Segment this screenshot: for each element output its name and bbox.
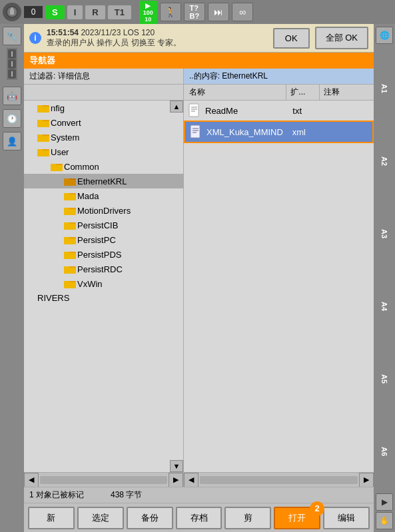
tree-item-system[interactable]: System	[24, 130, 183, 144]
left-panel: 🔧 I I I 🤖 🕐 👤	[0, 24, 24, 532]
ok-all-button[interactable]: 全部 OK	[315, 27, 368, 49]
tree-item-nfig[interactable]: nfig	[24, 101, 183, 115]
status-bar: 1 对象已被标记 438 字节	[24, 487, 374, 503]
btn-edit[interactable]: 编辑	[323, 507, 370, 529]
folder-icon-persistcib	[64, 220, 77, 230]
status-marked: 1 对象已被标记	[29, 489, 84, 501]
folder-icon-persistrdc	[64, 264, 77, 274]
side-num-3: I	[8, 69, 15, 79]
top-toolbar: 0 S I R T1 ▶ 100 10 🚶 T?B? ⏭ ∞	[0, 0, 395, 24]
question-t-btn[interactable]: T?B?	[184, 3, 205, 21]
right-label-a3: A3	[380, 229, 388, 238]
svg-rect-1	[10, 9, 14, 15]
btn-backup[interactable]: 备份	[127, 507, 173, 529]
btn-archive[interactable]: 存档	[176, 507, 222, 529]
tree-scroll-right-btn[interactable]: ▶	[169, 473, 183, 487]
btn-open-label: 打开	[288, 513, 306, 523]
walk-icon-btn[interactable]: 🚶	[160, 3, 181, 21]
info-text: 15:51:54 2023/11/23 LOS 120 查录的用户从 操作人员 …	[47, 28, 268, 49]
tree-item-common[interactable]: Common	[24, 159, 183, 174]
left-icon-3[interactable]: 🕐	[3, 109, 21, 128]
filter-label: 过滤器: 详细信息	[24, 69, 184, 84]
info-date: 2023/11/23	[81, 28, 121, 37]
tree-label-rivers: RIVERS	[37, 293, 69, 303]
file-icon-readme	[188, 103, 201, 118]
status-size: 438 字节	[111, 489, 142, 501]
folder-icon-ethernetkrl	[64, 176, 77, 186]
tree-item-rivers[interactable]: RIVERS	[24, 291, 183, 305]
file-scroll-right-btn[interactable]: ▶	[359, 473, 374, 487]
file-item-xml[interactable]: XML_Kuka_MMIND xml	[184, 121, 374, 143]
left-icon-2[interactable]: 🤖	[3, 87, 21, 105]
tree-scroll-track[interactable]	[40, 476, 167, 484]
badge-2: 2	[310, 501, 324, 516]
info-message: 查录的用户从 操作人员 切换至 专家。	[47, 38, 181, 47]
left-icon-4[interactable]: 👤	[3, 132, 21, 150]
tree-scroll-up[interactable]: ▲	[170, 101, 183, 113]
bottom-toolbar: 新 选定 备份 存档 剪 打开 2 编辑	[24, 503, 374, 532]
file-ext-xml: xml	[292, 127, 326, 137]
tree-item-vxwin[interactable]: VxWin	[24, 276, 183, 291]
btn-t1[interactable]: T1	[108, 5, 131, 19]
tree-label-motiondrivers: MotionDrivers	[77, 206, 131, 216]
col-name-header[interactable]: 名称	[184, 85, 286, 100]
btn-open[interactable]: 打开 2	[274, 507, 320, 529]
tree-item-user[interactable]: User	[24, 144, 183, 159]
right-icon-arrow[interactable]: ▶	[376, 493, 393, 511]
svg-rect-35	[64, 253, 76, 259]
svg-rect-14	[37, 150, 49, 156]
main-layout: 🔧 I I I 🤖 🕐 👤 i 15:51:54 2023/11/23 LOS …	[0, 24, 395, 532]
tree-item-convert[interactable]: Convert	[24, 115, 183, 130]
btn-new[interactable]: 新	[28, 507, 75, 529]
folder-icon-mada	[64, 190, 77, 201]
right-icon-hand[interactable]: ✋	[376, 512, 393, 529]
skip-btn[interactable]: ⏭	[208, 3, 229, 21]
col-comment-header[interactable]: 注释	[320, 85, 374, 100]
tree-label-convert: Convert	[51, 118, 81, 128]
svg-rect-5	[37, 107, 49, 113]
play-icon: ▶	[145, 2, 151, 9]
ok-button[interactable]: OK	[273, 28, 310, 49]
btn-i[interactable]: I	[67, 5, 83, 19]
info-time: 15:51:54	[47, 28, 79, 37]
tree-pane: ▲ nfig Convert	[24, 101, 184, 472]
tree-label-common: Common	[64, 162, 99, 172]
col-header-left	[24, 85, 184, 100]
tree-item-persistpds[interactable]: PersistPDS	[24, 247, 183, 262]
play-btn[interactable]: ▶ 100 10	[139, 1, 157, 24]
tree-scroll-down[interactable]: ▼	[170, 460, 183, 472]
file-item-readme[interactable]: ReadMe txt	[184, 101, 374, 121]
btn-select[interactable]: 选定	[77, 507, 124, 529]
left-icon-top[interactable]: 🔧	[3, 27, 21, 45]
tree-label-persistrdc: PersistRDC	[77, 264, 123, 274]
file-scroll-track[interactable]	[200, 476, 358, 484]
column-headers: 名称 扩... 注释	[24, 85, 374, 101]
robot-icon	[3, 3, 21, 21]
tree-scroll-left-btn[interactable]: ◀	[24, 473, 39, 487]
tree-label-ethernetkrl: EthernetKRL	[77, 176, 127, 186]
col-ext-header[interactable]: 扩...	[286, 85, 320, 100]
btn-r[interactable]: R	[85, 5, 105, 19]
right-label-a2: A2	[380, 156, 388, 166]
tree-item-persistcib[interactable]: PersistCIB	[24, 218, 183, 232]
tree-label-user: User	[51, 147, 69, 157]
folder-icon-persistpc	[64, 234, 77, 245]
svg-rect-26	[64, 209, 76, 215]
col-header-right: 名称 扩... 注释	[184, 85, 374, 100]
content-label: ..的内容: EthernetKRL	[184, 69, 374, 84]
file-scroll-left-btn[interactable]: ◀	[184, 473, 198, 487]
infinity-btn[interactable]: ∞	[232, 3, 253, 21]
tree-item-mada[interactable]: Mada	[24, 188, 183, 203]
right-label-a6: A6	[380, 447, 388, 456]
file-name-xml: XML_Kuka_MMIND	[206, 127, 292, 137]
tree-item-persistpc[interactable]: PersistPC	[24, 232, 183, 247]
tree-item-persistrdc[interactable]: PersistRDC	[24, 262, 183, 276]
btn-cut[interactable]: 剪	[224, 507, 271, 529]
tree-item-motiondrivers[interactable]: MotionDrivers	[24, 203, 183, 218]
tree-item-ethernetkrl[interactable]: EthernetKRL	[24, 174, 183, 188]
btn-s[interactable]: S	[45, 5, 65, 19]
pane-area: ▲ nfig Convert	[24, 101, 374, 472]
tree-scrollbar: ◀ ▶	[24, 473, 184, 487]
tree-label-system: System	[51, 133, 79, 142]
right-icon-globe[interactable]: 🌐	[376, 27, 393, 44]
